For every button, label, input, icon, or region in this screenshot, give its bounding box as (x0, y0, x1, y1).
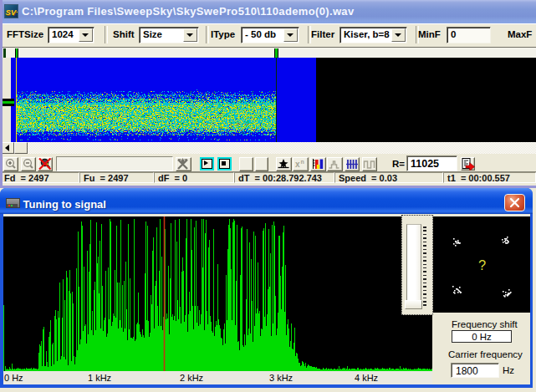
svg-text:n: n (301, 159, 304, 165)
svg-text:x: x (295, 160, 300, 169)
